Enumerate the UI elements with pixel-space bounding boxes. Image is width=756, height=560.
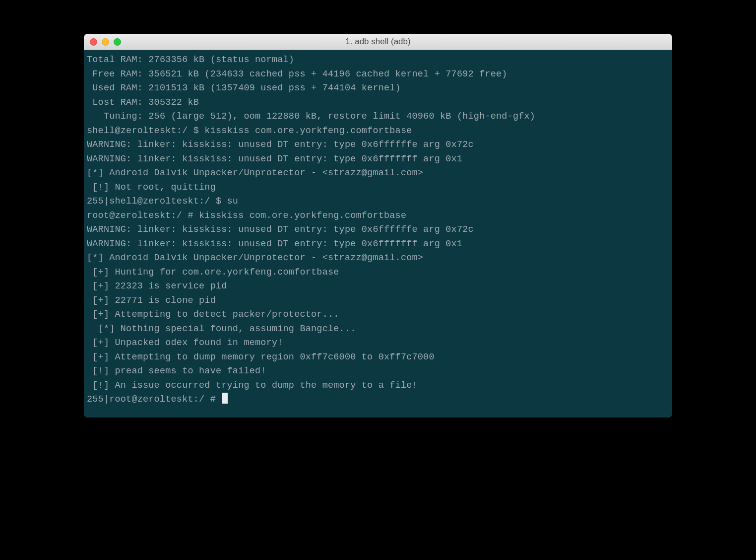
terminal-line: [*] Android Dalvik Unpacker/Unprotector …	[87, 251, 669, 266]
terminal-line: Free RAM: 356521 kB (234633 cached pss +…	[87, 68, 669, 82]
terminal-line: Lost RAM: 305322 kB	[87, 96, 669, 110]
zoom-button[interactable]	[114, 38, 121, 46]
titlebar: 1. adb shell (adb)	[84, 34, 672, 50]
terminal-line: [+] Unpacked odex found in memory!	[87, 336, 669, 350]
terminal-line: WARNING: linker: kisskiss: unused DT ent…	[87, 138, 669, 152]
terminal-line: [+] Hunting for com.ore.yorkfeng.comfort…	[87, 266, 669, 280]
terminal-line: root@zerolteskt:/ # kisskiss com.ore.yor…	[87, 209, 669, 223]
prompt-line[interactable]: 255|root@zerolteskt:/ #	[87, 393, 669, 407]
shell-prompt: 255|root@zerolteskt:/ #	[87, 394, 216, 405]
terminal-line: [!] pread seems to have failed!	[87, 364, 669, 379]
traffic-lights	[90, 38, 121, 46]
close-button[interactable]	[90, 38, 97, 46]
terminal-line: [+] 22323 is service pid	[87, 280, 669, 294]
terminal-line: [+] Attempting to detect packer/protecto…	[87, 308, 669, 322]
terminal-line: Used RAM: 2101513 kB (1357409 used pss +…	[87, 81, 669, 96]
terminal-line: WARNING: linker: kisskiss: unused DT ent…	[87, 223, 669, 237]
window-title: 1. adb shell (adb)	[84, 37, 672, 47]
terminal-line: [+] Attempting to dump memory region 0xf…	[87, 350, 669, 365]
terminal-line: [+] 22771 is clone pid	[87, 294, 669, 308]
terminal-line: 255|shell@zerolteskt:/ $ su	[87, 195, 669, 209]
terminal-output[interactable]: Total RAM: 2763356 kB (status normal) Fr…	[84, 50, 672, 418]
terminal-window: 1. adb shell (adb) Total RAM: 2763356 kB…	[84, 34, 672, 418]
terminal-line: Tuning: 256 (large 512), oom 122880 kB, …	[87, 110, 669, 124]
terminal-line: Total RAM: 2763356 kB (status normal)	[87, 53, 669, 68]
terminal-line: [*] Android Dalvik Unpacker/Unprotector …	[87, 166, 669, 181]
terminal-line: WARNING: linker: kisskiss: unused DT ent…	[87, 152, 669, 167]
terminal-line: [*] Nothing special found, assuming Bang…	[87, 322, 669, 337]
cursor	[222, 393, 228, 404]
terminal-line: WARNING: linker: kisskiss: unused DT ent…	[87, 237, 669, 252]
minimize-button[interactable]	[102, 38, 109, 46]
terminal-line: [!] Not root, quitting	[87, 181, 669, 195]
terminal-line: shell@zerolteskt:/ $ kisskiss com.ore.yo…	[87, 124, 669, 139]
terminal-line: [!] An issue occurred trying to dump the…	[87, 379, 669, 393]
